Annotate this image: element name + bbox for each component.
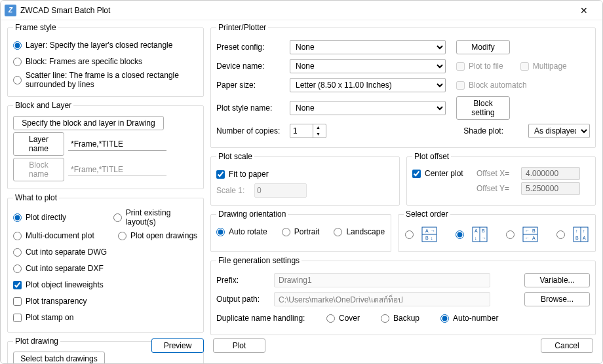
cancel-button[interactable]: Cancel (541, 338, 593, 353)
orientation-auto[interactable]: Auto rotate (216, 227, 267, 236)
printer-legend: Printer/Plotter (216, 23, 268, 32)
copies-spinner[interactable]: ▲▼ (290, 124, 326, 138)
file-gen-legend: File generation settings (216, 256, 302, 265)
scale-input (254, 183, 307, 198)
paper-select[interactable]: Letter (8.50 x 11.00 Inches) (290, 78, 446, 92)
specify-block-layer-button[interactable]: Specify the block and layer in Drawing (13, 116, 164, 130)
cut-dxf[interactable]: Cut into separate DXF (13, 264, 104, 273)
offset-y-value: 5.250000 (521, 182, 580, 195)
order-option-2[interactable]: AB↓→ (456, 227, 488, 242)
prefix-input (274, 273, 490, 287)
block-name-button: Block name (13, 158, 64, 181)
frame-style-legend: Frame style (13, 23, 58, 32)
offset-x-value: 4.000000 (521, 167, 580, 180)
plot-scale-legend: Plot scale (216, 152, 254, 161)
svg-text:B: B (532, 228, 535, 233)
select-order-group: Select order A→B↓ AB↓→ ←B←A ↑↑BA (398, 209, 596, 252)
order-horizontal-down-icon: A→B↓ (421, 227, 437, 242)
layer-name-button[interactable]: Layer name (13, 132, 64, 156)
app-icon: Z (5, 5, 16, 16)
svg-text:↓: ↓ (431, 236, 433, 240)
dup-label: Duplicate name handling: (216, 314, 315, 323)
plot-offset-legend: Plot offset (412, 152, 451, 161)
dup-autonumber[interactable]: Auto-number (440, 314, 498, 323)
shade-label: Shade plot: (463, 126, 503, 136)
output-label: Output path: (216, 295, 269, 304)
file-gen-group: File generation settings Prefix: Variabl… (210, 256, 596, 335)
device-select[interactable]: None (290, 59, 446, 73)
dup-cover[interactable]: Cover (326, 314, 360, 323)
block-layer-legend: Block and Layer (13, 101, 73, 110)
center-plot[interactable]: Center plot (412, 169, 471, 178)
preset-label: Preset config: (216, 43, 284, 52)
browse-button[interactable]: Browse... (524, 292, 590, 306)
paper-label: Paper size: (216, 81, 284, 90)
orientation-legend: Drawing orientation (216, 209, 288, 219)
frame-style-scatter[interactable]: Scatter line: The frame is a closed rect… (13, 71, 189, 89)
block-setting-button[interactable]: Block setting (456, 96, 510, 120)
preview-button[interactable]: Preview (151, 338, 204, 353)
print-existing-layouts[interactable]: Print existing layout(s) (113, 208, 198, 227)
order-option-3[interactable]: ←B←A (506, 227, 538, 242)
svg-text:B: B (575, 236, 579, 240)
shade-select[interactable]: As displayed (528, 124, 590, 138)
close-icon[interactable]: ✕ (571, 5, 597, 16)
select-order-legend: Select order (404, 209, 450, 219)
variable-button[interactable]: Variable... (524, 273, 590, 287)
copies-label: Number of copies: (216, 126, 284, 136)
svg-text:↑: ↑ (583, 228, 585, 233)
what-to-plot-legend: What to plot (13, 193, 59, 202)
frame-style-layer[interactable]: Layer: Specify the layer's closed rectan… (13, 41, 172, 50)
style-select[interactable]: None (290, 101, 446, 115)
block-automatch[interactable]: Block automatch (456, 81, 527, 90)
modify-button[interactable]: Modify (456, 40, 510, 54)
orientation-portrait[interactable]: Portrait (282, 227, 320, 236)
output-input (274, 292, 490, 306)
printer-group: Printer/Plotter Preset config: None Modi… (210, 23, 596, 148)
svg-text:A: A (583, 236, 586, 240)
svg-text:↑: ↑ (575, 228, 578, 233)
block-name-input (68, 164, 166, 176)
window-title: ZWCAD Smart Batch Plot (20, 6, 571, 15)
order-option-1[interactable]: A→B↓ (405, 227, 437, 242)
multi-document-plot[interactable]: Multi-document plot (13, 231, 98, 240)
dup-backup[interactable]: Backup (381, 314, 419, 323)
fit-to-paper[interactable]: Fit to paper (216, 170, 269, 179)
svg-text:A: A (532, 236, 535, 240)
plot-open-drawings[interactable]: Plot open drawings (118, 231, 197, 240)
svg-text:B: B (482, 228, 485, 233)
copies-input[interactable] (290, 126, 313, 136)
prefix-label: Prefix: (216, 276, 269, 285)
orientation-landscape[interactable]: Landscape (334, 227, 385, 236)
block-layer-group: Block and Layer Specify the block and la… (7, 101, 204, 189)
plot-to-file[interactable]: Plot to file (456, 62, 503, 71)
svg-text:A: A (425, 228, 429, 233)
order-option-4[interactable]: ↑↑BA (556, 227, 589, 242)
order-vertical-right-icon: AB↓→ (472, 227, 488, 242)
plot-transparency[interactable]: Plot transparency (13, 297, 87, 306)
plot-button[interactable]: Plot (213, 338, 265, 353)
plot-lineweights[interactable]: Plot object lineweights (13, 280, 104, 289)
frame-style-block[interactable]: Block: Frames are specific blocks (13, 57, 142, 66)
copies-down-icon[interactable]: ▼ (313, 131, 323, 137)
plot-offset-group: Plot offset Center plot Offset X= 4.0000… (406, 152, 596, 206)
order-vertical-left-icon: ↑↑BA (573, 227, 589, 242)
svg-text:→: → (431, 228, 435, 233)
svg-text:B: B (425, 236, 429, 240)
offset-y-label: Offset Y= (477, 184, 516, 193)
multipage: Multipage (520, 62, 567, 71)
scale-label: Scale 1: (216, 186, 254, 195)
select-batch-button[interactable]: Select batch drawings (13, 352, 105, 364)
svg-text:→: → (482, 236, 486, 240)
cut-dwg[interactable]: Cut into separate DWG (13, 247, 107, 257)
plot-directly[interactable]: Plot directly (13, 213, 94, 222)
plot-stamp[interactable]: Plot stamp on (13, 313, 73, 322)
title-bar: Z ZWCAD Smart Batch Plot ✕ (1, 1, 602, 20)
frame-style-group: Frame style Layer: Specify the layer's c… (7, 23, 204, 97)
svg-text:A: A (475, 228, 478, 233)
orientation-group: Drawing orientation Auto rotate Portrait… (210, 209, 391, 252)
copies-up-icon[interactable]: ▲ (313, 124, 323, 131)
layer-name-input[interactable] (68, 138, 166, 151)
preset-select[interactable]: None (290, 40, 446, 54)
svg-text:←: ← (525, 228, 530, 233)
